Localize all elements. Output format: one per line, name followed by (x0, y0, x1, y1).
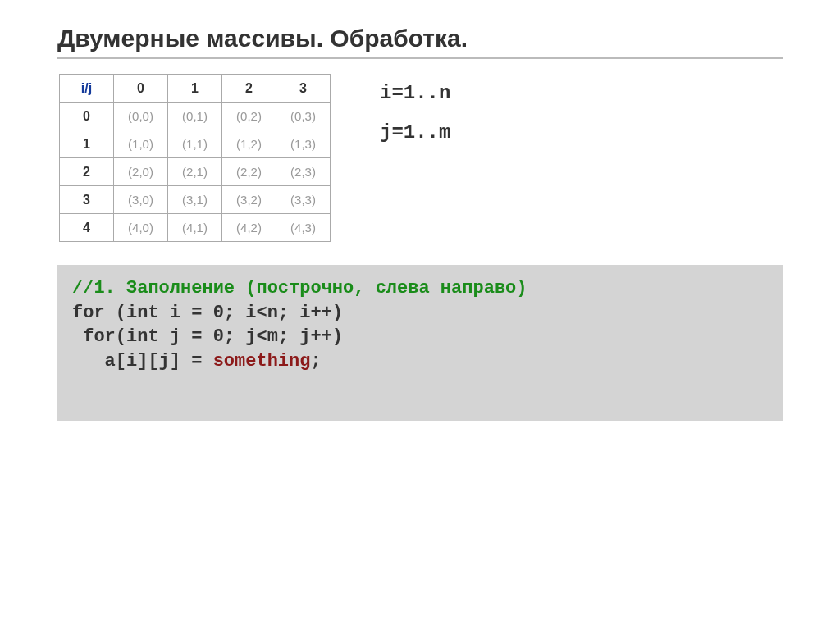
col-header: 3 (276, 75, 331, 103)
row-header: 4 (60, 214, 114, 242)
code-line: for (int i = 0; i<n; i++) (72, 303, 343, 323)
table-cell: (3,0) (114, 186, 168, 214)
table-cell: (1,3) (276, 130, 331, 158)
row-header: 0 (60, 103, 114, 130)
table-cell: (1,0) (114, 130, 168, 158)
index-table: i/j 0 1 2 3 0 (0,0) (0,1) (0,2) (0,3) 1 … (59, 74, 331, 242)
content-row: i/j 0 1 2 3 0 (0,0) (0,1) (0,2) (0,3) 1 … (57, 74, 783, 242)
table-cell: (2,0) (114, 158, 168, 186)
code-text: ; (310, 351, 321, 371)
table-cell: (0,1) (168, 103, 222, 130)
row-header: 1 (60, 130, 114, 158)
table-cell: (2,3) (276, 158, 331, 186)
table-cell: (2,1) (168, 158, 222, 186)
code-line: for(int j = 0; j<m; j++) (72, 326, 343, 347)
table-cell: (0,0) (114, 103, 168, 130)
table-cell: (3,2) (222, 186, 276, 214)
table-cell: (3,1) (168, 186, 222, 214)
row-header: 3 (60, 186, 114, 214)
col-header: 0 (114, 75, 168, 103)
table-cell: (4,0) (114, 214, 168, 242)
table-cell: (1,2) (222, 130, 276, 158)
ij-header: i/j (60, 75, 114, 103)
col-header: 2 (222, 75, 276, 103)
range-i: i=1..n (380, 74, 450, 113)
code-comment: //1. Заполнение (построчно, слева направ… (72, 278, 527, 299)
table-cell: (4,3) (276, 214, 331, 242)
row-header: 2 (60, 158, 114, 186)
range-j: j=1..m (380, 113, 450, 153)
table-cell: (0,3) (276, 103, 331, 130)
col-header: 1 (168, 75, 222, 103)
code-line: a[i][j] = (72, 351, 213, 371)
table-cell: (4,1) (168, 214, 222, 242)
table-cell: (0,2) (222, 103, 276, 130)
table-cell: (3,3) (276, 186, 331, 214)
table-cell: (2,2) (222, 158, 276, 186)
table-cell: (1,1) (168, 130, 222, 158)
range-info: i=1..n j=1..m (380, 74, 450, 153)
table-cell: (4,2) (222, 214, 276, 242)
page-title: Двумерные массивы. Обработка. (57, 25, 783, 59)
code-block: //1. Заполнение (построчно, слева направ… (57, 265, 783, 421)
code-keyword: something (213, 351, 311, 371)
